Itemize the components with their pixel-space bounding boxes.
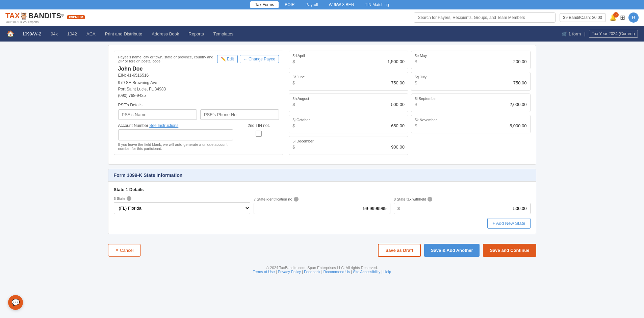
- amount-input-5e[interactable]: [419, 59, 526, 64]
- amount-input-wrap-5f: $: [292, 80, 405, 85]
- amount-input-5d[interactable]: [297, 59, 405, 64]
- state-field-6-label: 6 State i: [114, 196, 251, 201]
- amount-label-5k: 5k November: [415, 118, 527, 122]
- state-dollar-sign: $: [397, 206, 400, 211]
- amount-field-5f: 5f June $: [289, 72, 408, 90]
- see-instructions-link[interactable]: See Instructions: [149, 123, 178, 128]
- tin-section: 2nd TIN not.: [238, 123, 279, 138]
- logo-sub: Your 1099 & W2 Experts: [5, 20, 85, 24]
- nav-item-1099[interactable]: 1099/W-2: [18, 27, 46, 41]
- state-fields-row: 6 State i (FL) Florida 7 State identific…: [114, 196, 531, 214]
- amount-input-wrap-5g: $: [415, 80, 527, 85]
- nav-item-address[interactable]: Address Book: [147, 27, 184, 41]
- cart-button[interactable]: 🛒 1 form: [562, 31, 581, 36]
- top-nav-payroll[interactable]: Payroll: [301, 1, 323, 8]
- cancel-button[interactable]: ✕ Cancel: [108, 244, 141, 257]
- footer-right: Save as Draft Save & Add Another Save an…: [378, 244, 536, 257]
- pse-section-label: PSE's Details: [118, 103, 279, 107]
- pse-name-input[interactable]: [118, 109, 197, 120]
- state-field-7: 7 State identification no i: [254, 197, 390, 214]
- save-draft-button[interactable]: Save as Draft: [378, 244, 420, 257]
- state-tax-input[interactable]: [401, 203, 526, 214]
- payee-and-amounts-section: ✏️ Edit ↔️ Change Payee Payee's name, ci…: [108, 45, 536, 165]
- payee-ein: EIN: 41-6516516: [118, 73, 279, 78]
- add-new-state-button[interactable]: + Add New State: [487, 218, 530, 229]
- amount-input-5k[interactable]: [419, 123, 526, 128]
- amount-label-5e: 5e May: [415, 54, 527, 58]
- nav-item-templates[interactable]: Templates: [209, 27, 238, 41]
- amount-field-5g: 5g July $: [411, 72, 531, 90]
- payee-address-line1: 979 SE Browning Ave: [118, 80, 279, 86]
- amount-field-5l: 5l December $: [289, 136, 408, 155]
- nav-item-print[interactable]: Print and Distribute: [100, 27, 147, 41]
- amount-field-5i: 5i September $: [411, 94, 531, 112]
- top-nav-tin[interactable]: TIN Matching: [360, 1, 393, 8]
- apps-grid-button[interactable]: ⊞: [620, 14, 625, 21]
- monthly-amounts-grid: 5d April $ 5e May $ 5f June: [289, 51, 530, 155]
- state-id-input[interactable]: [254, 203, 390, 214]
- avatar[interactable]: R: [628, 12, 639, 23]
- state-section-body: State 1 Details 6 State i (FL) Florida 7…: [108, 182, 536, 234]
- save-continue-button[interactable]: Save and Continue: [483, 244, 536, 257]
- nav-item-94x[interactable]: 94x: [46, 27, 62, 41]
- amount-label-5i: 5i September: [415, 97, 527, 101]
- dollar-sign-5d: $: [292, 59, 295, 64]
- tax-year-button[interactable]: Tax Year 2024 (Current): [589, 30, 638, 38]
- amount-input-5i[interactable]: [419, 102, 526, 107]
- help-link[interactable]: Help: [384, 270, 391, 274]
- home-button[interactable]: 🏠: [3, 26, 18, 42]
- logo-tax: TAX: [5, 11, 20, 20]
- account-label: Account Number See Instructions: [118, 123, 233, 128]
- logo-owl: 🦉: [20, 12, 28, 20]
- account-section: Account Number See Instructions If you l…: [118, 123, 279, 151]
- feedback-link[interactable]: Feedback: [304, 270, 320, 274]
- search-input[interactable]: [414, 12, 556, 23]
- amount-input-5g[interactable]: [419, 80, 526, 85]
- nav-divider: |: [584, 31, 585, 36]
- privacy-link[interactable]: Privacy Policy: [278, 270, 301, 274]
- save-add-another-button[interactable]: Save & Add Another: [424, 244, 480, 257]
- payee-actions: ✏️ Edit ↔️ Change Payee: [217, 55, 279, 63]
- page-content: ✏️ Edit ↔️ Change Payee Payee's name, ci…: [103, 42, 542, 284]
- nav-item-reports[interactable]: Reports: [184, 27, 209, 41]
- amount-input-5j[interactable]: [297, 123, 405, 128]
- notifications-button[interactable]: 🔔 7: [609, 14, 617, 21]
- amount-input-wrap-5e: $: [415, 59, 527, 64]
- state-details-label: State 1 Details: [114, 187, 531, 192]
- footer-copyright: © 2024 TaxBandits.com, Span Enterprises …: [108, 266, 536, 270]
- footer-actions: ✕ Cancel Save as Draft Save & Add Anothe…: [108, 238, 536, 262]
- dollar-sign-5e: $: [415, 59, 417, 64]
- accessibility-link[interactable]: Site Accessibility: [353, 270, 380, 274]
- account-number-input[interactable]: [118, 129, 233, 140]
- nav-item-1042[interactable]: 1042: [62, 27, 82, 41]
- edit-payee-button[interactable]: ✏️ Edit: [217, 55, 238, 63]
- amount-field-5d: 5d April $: [289, 51, 408, 69]
- bandit-cash-button[interactable]: $9 BanditCash: $0.00: [560, 13, 606, 22]
- amount-input-5h[interactable]: [297, 102, 405, 107]
- nav-item-aca[interactable]: ACA: [82, 27, 100, 41]
- amount-input-wrap-5l: $: [292, 144, 405, 150]
- dollar-sign-5j: $: [292, 123, 295, 128]
- premium-badge: PREMIUM: [67, 15, 85, 19]
- state-field-7-label: 7 State identification no i: [254, 197, 390, 202]
- top-nav-boir[interactable]: BOIR: [280, 1, 299, 8]
- terms-link[interactable]: Terms of Use: [253, 270, 275, 274]
- dollar-sign-5g: $: [415, 80, 417, 85]
- amount-field-5j: 5j October $: [289, 115, 408, 133]
- header-actions: $9 BanditCash: $0.00 🔔 7 ⊞ R: [560, 12, 639, 23]
- amount-input-5l[interactable]: [297, 144, 405, 150]
- state-select[interactable]: (FL) Florida: [114, 202, 251, 214]
- amount-field-5e: 5e May $: [411, 51, 531, 69]
- logo: TAX🦉BANDITS® PREMIUM: [5, 11, 85, 20]
- tin-checkbox[interactable]: [256, 131, 262, 137]
- amount-input-wrap-5i: $: [415, 102, 527, 107]
- change-payee-button[interactable]: ↔️ Change Payee: [240, 55, 279, 63]
- amount-input-5f[interactable]: [297, 80, 405, 85]
- payee-address-line2: Port Saint Lucie, FL 34983: [118, 86, 279, 92]
- top-nav-taxforms[interactable]: Tax Forms: [250, 1, 279, 8]
- pse-phone-input[interactable]: [200, 109, 279, 120]
- amount-field-5h: 5h August $: [289, 94, 408, 112]
- top-nav-w9[interactable]: W-9/W-8 BEN: [324, 1, 359, 8]
- state-field-8-label: 8 State tax withheld i: [394, 197, 531, 202]
- recommend-link[interactable]: Recommend Us: [323, 270, 350, 274]
